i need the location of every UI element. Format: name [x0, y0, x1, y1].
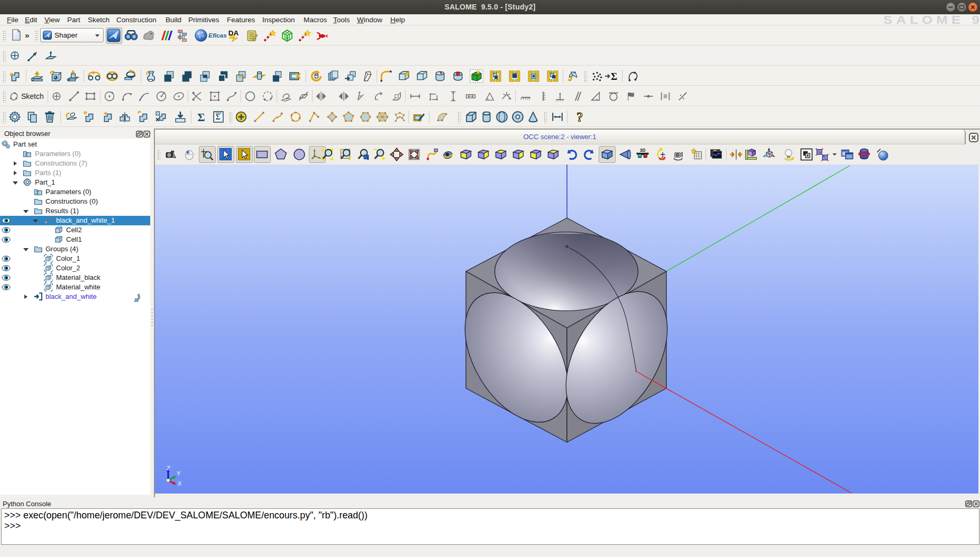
svg-text:Eficas: Eficas — [208, 32, 227, 39]
svg-text:Σ: Σ — [611, 71, 617, 82]
svg-text:3D: 3D — [640, 148, 646, 153]
svg-text:Y: Y — [177, 470, 181, 477]
svg-text:X: X — [178, 480, 182, 487]
svg-text:Σ: Σ — [197, 111, 205, 124]
svg-text:?: ? — [576, 110, 583, 124]
svg-text:Σ: Σ — [216, 113, 221, 122]
svg-text:Σ: Σ — [25, 152, 29, 157]
svg-text:Z: Z — [167, 465, 170, 471]
svg-text:Σ: Σ — [36, 190, 40, 195]
